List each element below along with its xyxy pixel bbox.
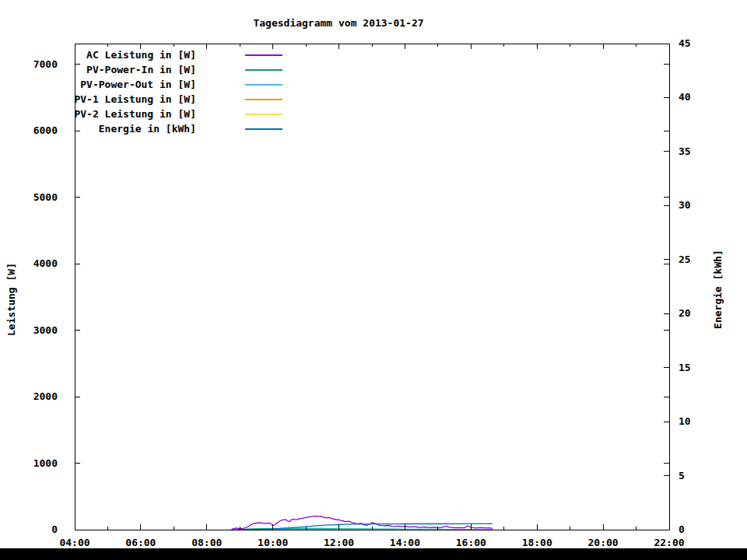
y1-tick-label: 7000	[33, 58, 58, 70]
y2-tick-label: 30	[679, 199, 691, 211]
y1-tick-label: 1000	[33, 457, 58, 469]
legend-line-sample	[245, 54, 282, 56]
y2-tick-label: 45	[679, 37, 691, 49]
y1-tick-label: 4000	[33, 257, 58, 269]
legend-label: PV-1 Leistung in [W]	[70, 93, 196, 105]
x-tick-label: 16:00	[456, 537, 486, 548]
y2-tick-label: 10	[679, 415, 691, 427]
legend-line-sample	[245, 69, 282, 71]
chart-title: Tagesdiagramm vom 2013-01-27	[105, 17, 572, 29]
x-tick-label: 10:00	[258, 537, 288, 548]
legend-line-sample	[245, 84, 282, 86]
legend-label: Energie in [kWh]	[70, 123, 196, 135]
bottom-bar	[0, 548, 747, 560]
legend-line-sample	[245, 128, 282, 130]
x-tick-label: 12:00	[324, 537, 354, 548]
legend-label: PV-Power-Out in [W]	[70, 79, 196, 90]
y1-tick-label: 3000	[33, 324, 58, 336]
y2-tick-label: 20	[679, 307, 691, 319]
legend-line-sample	[245, 114, 282, 115]
legend-label: PV-Power-In in [W]	[70, 64, 196, 75]
y2-tick-label: 40	[679, 91, 691, 103]
legend-line-sample	[245, 99, 282, 100]
y1-tick-label: 2000	[33, 390, 58, 402]
y1-tick-label: 5000	[33, 191, 58, 203]
y2-tick-label: 35	[679, 145, 691, 157]
x-tick-label: 14:00	[390, 537, 420, 548]
y-axis-label-left: Leistung [W]	[5, 263, 17, 336]
x-tick-label: 20:00	[588, 537, 619, 548]
y2-tick-label: 0	[679, 523, 685, 535]
x-tick-label: 18:00	[522, 537, 552, 548]
y1-tick-label: 6000	[33, 124, 58, 136]
y2-tick-label: 5	[679, 470, 685, 481]
y1-tick-label: 0	[51, 523, 58, 535]
x-tick-label: 06:00	[125, 537, 156, 548]
chart-canvas: 04:0006:0008:0010:0012:0014:0016:0018:00…	[0, 0, 747, 560]
y-axis-label-right: Energie [kWh]	[712, 250, 724, 329]
x-tick-label: 04:00	[59, 537, 89, 548]
y2-tick-label: 25	[679, 254, 691, 265]
x-tick-label: 08:00	[191, 537, 222, 548]
legend-label: AC Leistung in [W]	[70, 49, 196, 61]
x-tick-label: 22:00	[654, 537, 684, 548]
series-ac-leistung-in-w	[232, 516, 493, 529]
y2-tick-label: 15	[679, 362, 691, 373]
legend-label: PV-2 Leistung in [W]	[70, 108, 196, 120]
